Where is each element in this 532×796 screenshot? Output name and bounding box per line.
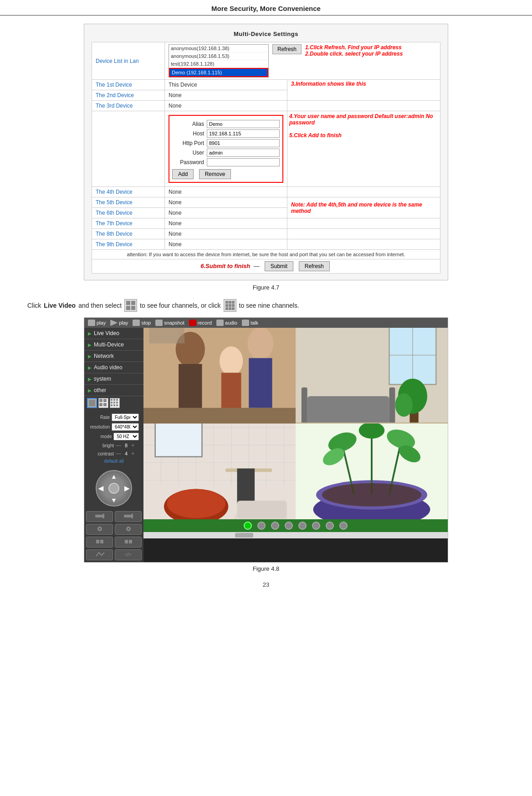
sidebar-item-multi-device[interactable]: ▶ Multi-Device — [84, 339, 143, 351]
device-6-value: None — [165, 208, 287, 218]
toolbar-audio[interactable]: audio — [216, 320, 237, 326]
sidebar-other-label: other — [94, 387, 106, 393]
nine-channel-icon[interactable] — [224, 299, 236, 312]
cam-action-btn-5[interactable] — [86, 537, 113, 548]
contrast-plus[interactable]: + — [131, 450, 134, 457]
contrast-minus[interactable]: — — [116, 450, 121, 457]
alias-input[interactable] — [207, 120, 280, 128]
mode-select[interactable]: 50 HZ — [113, 433, 139, 440]
video-content-3 — [143, 424, 296, 519]
cam-action-btn-2[interactable] — [115, 511, 142, 522]
bright-label: bright — [89, 443, 114, 448]
device-1-value: This Device — [165, 80, 287, 90]
sidebar-item-audio-video[interactable]: ▶ Audio video — [84, 362, 143, 373]
dropdown-item-1[interactable]: anonymous(192.168.1.38) — [169, 45, 268, 52]
cam-action-btn-8[interactable]: </> — [115, 549, 142, 560]
sidebar-item-other[interactable]: ▶ other — [84, 385, 143, 396]
page-header: More Security, More Convenience — [0, 0, 532, 16]
cam-action-btn-4[interactable] — [115, 524, 142, 535]
add-button[interactable]: Add — [172, 169, 194, 179]
camera-scrollbar[interactable] — [143, 532, 448, 538]
figure-48-caption: Figure 4.8 — [27, 565, 505, 572]
dropdown-item-2[interactable]: anonymous(192.168.1.53) — [169, 52, 268, 60]
annotation-step1: 1.Click Refresh. Find your IP address — [305, 44, 403, 51]
resolution-select[interactable]: 640*480 — [112, 423, 139, 431]
nine-view-btn[interactable] — [110, 398, 120, 408]
ptz-left-arrow[interactable]: ◀ — [98, 485, 103, 492]
rate-select[interactable]: Full-Spee — [112, 414, 139, 421]
ptz-center[interactable] — [108, 483, 119, 494]
http-port-input[interactable] — [207, 139, 280, 147]
sidebar-item-live-video[interactable]: ▶ Live Video — [84, 328, 143, 339]
grid-cell — [131, 301, 135, 305]
toolbar-snapshot[interactable]: snapshot — [155, 320, 184, 326]
arrow-icon: ▶ — [88, 377, 92, 382]
toolbar-record[interactable]: record — [189, 320, 212, 326]
scrollbar-thumb[interactable] — [235, 533, 253, 538]
grid-cell — [229, 301, 231, 304]
svg-rect-13 — [116, 404, 118, 406]
host-input[interactable] — [207, 129, 280, 138]
single-view-btn[interactable] — [87, 398, 97, 408]
alias-label: Alias — [172, 121, 204, 127]
camera-action-buttons: </> — [84, 509, 143, 562]
figure-48-camera-ui: play play stop snapshot record audio — [84, 317, 448, 563]
four-channel-icon[interactable] — [124, 299, 137, 312]
toolbar-play[interactable]: play — [110, 320, 128, 326]
refresh-button-1[interactable]: Refresh — [272, 44, 302, 54]
status-dot-3 — [271, 522, 279, 530]
arrow-icon: ▶ — [88, 365, 92, 370]
cam-action-btn-6[interactable] — [115, 537, 142, 548]
grid-cell — [225, 307, 228, 310]
password-label: Password — [172, 159, 204, 165]
snapshot-icon — [155, 320, 163, 326]
sidebar-item-network[interactable]: ▶ Network — [84, 351, 143, 362]
svg-rect-7 — [116, 399, 118, 401]
grid-cell — [225, 304, 228, 307]
grid-cell — [126, 306, 130, 310]
bright-plus[interactable]: + — [131, 442, 134, 449]
four-view-btn[interactable] — [98, 398, 108, 408]
bright-minus[interactable]: — — [116, 442, 121, 449]
annotation-step5: 5.Click Add to finish — [289, 132, 438, 139]
cam-action-btn-3[interactable] — [86, 524, 113, 535]
ptz-right-arrow[interactable]: ▶ — [124, 485, 129, 492]
ptz-controller[interactable]: ▲ ▼ ◀ ▶ — [96, 470, 132, 507]
user-input[interactable] — [207, 149, 280, 157]
para-live-video: Live Video — [44, 300, 76, 310]
arrow-icon: ▶ — [88, 342, 92, 347]
ptz-up-arrow[interactable]: ▲ — [111, 473, 117, 480]
dropdown-item-3[interactable]: test(192.168.1.128) — [169, 60, 268, 68]
svg-rect-5 — [111, 399, 113, 401]
dropdown-list[interactable]: anonymous(192.168.1.38) anonymous(192.16… — [169, 44, 269, 78]
cam-action-btn-7[interactable] — [86, 549, 113, 560]
bright-value: 8 — [123, 443, 129, 448]
stop-icon — [133, 320, 140, 326]
status-dot-1 — [244, 522, 252, 530]
ptz-down-arrow[interactable]: ▼ — [111, 496, 117, 504]
submit-button[interactable]: Submit — [265, 261, 293, 271]
sidebar-item-system[interactable]: ▶ system — [84, 373, 143, 385]
refresh-button-2[interactable]: Refresh — [299, 261, 330, 271]
default-all-button[interactable]: default all — [86, 458, 142, 465]
svg-rect-43 — [307, 396, 389, 424]
svg-point-78 — [322, 483, 421, 507]
password-input[interactable] — [207, 158, 280, 166]
svg-rect-9 — [113, 402, 115, 403]
dropdown-item-4-selected[interactable]: Demo (192.168.1.115) — [169, 68, 268, 77]
svg-rect-34 — [143, 408, 296, 424]
svg-rect-16 — [124, 515, 131, 517]
cam-action-btn-1[interactable] — [86, 511, 113, 522]
camera-toolbar: play play stop snapshot record audio — [84, 318, 448, 328]
remove-button[interactable]: Remove — [199, 169, 231, 179]
form-section-row: Alias Host Http Port User — [92, 111, 440, 187]
device-9-label: The 9th Device — [92, 239, 165, 250]
toolbar-live-video[interactable]: play — [88, 320, 106, 326]
toolbar-talk[interactable]: talk — [242, 320, 258, 326]
note-text: Note: Add the 4th,5th and more device is… — [291, 202, 436, 214]
device-list-row: Device List in Lan anonymous(192.168.1.3… — [92, 42, 440, 80]
header-title: More Security, More Convenience — [211, 5, 321, 12]
cam-action-icon-1 — [95, 513, 104, 519]
toolbar-stop[interactable]: stop — [133, 320, 151, 326]
svg-rect-45 — [389, 388, 395, 424]
